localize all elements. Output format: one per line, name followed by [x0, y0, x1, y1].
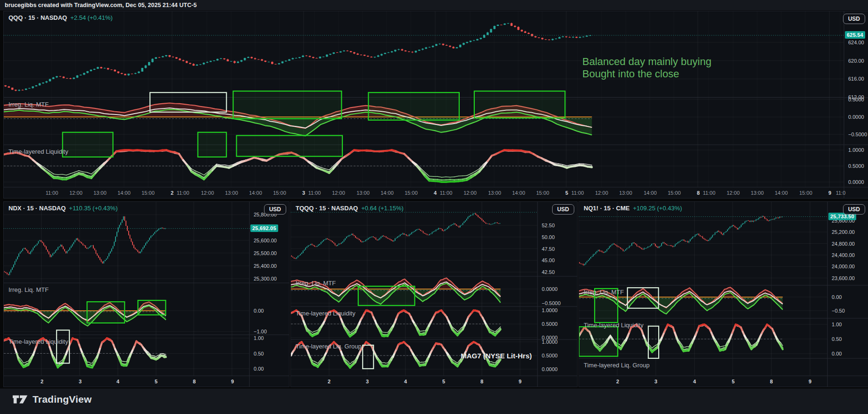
indicator-tick-label: 0.0000: [848, 179, 864, 185]
chart-panel-nq1: 23458925,600.0025,200.0024,800.0024,400.…: [579, 202, 868, 387]
price-tick-label: 25,500.00: [254, 250, 277, 256]
credit-bar: brucegibbs created with TradingView.com,…: [0, 0, 868, 10]
indicator-label[interactable]: Time-layered Liquidity: [296, 310, 355, 317]
indicator-label[interactable]: Time-layered Liquidity: [8, 338, 68, 345]
indicator-tick-label: −0.50: [832, 308, 845, 314]
price-tick-label: 616.00: [848, 76, 864, 82]
time-tick-label: 11:00: [177, 190, 190, 196]
symbol-title[interactable]: QQQ · 15 · NASDAQ: [8, 14, 67, 21]
symbol-title[interactable]: TQQQ · 15 · NASDAQ: [296, 205, 358, 212]
chart-legend-tqqq[interactable]: TQQQ · 15 · NASDAQ+0.64 (+1.15%): [296, 205, 404, 212]
indicator-label[interactable]: Irreg. Liq. MTF: [8, 286, 49, 293]
currency-button[interactable]: USD: [843, 14, 865, 24]
ndx-chart-canvas[interactable]: 23458925,800.0025,600.0025,500.0025,400.…: [4, 202, 289, 387]
time-tick-label: 11:0: [836, 190, 846, 196]
indicator-tick-label: 0.0000: [542, 286, 558, 292]
time-tick-label: 8: [193, 379, 196, 384]
chart-legend-qqq[interactable]: QQQ · 15 · NASDAQ+2.54 (+0.41%): [8, 14, 113, 21]
time-tick-label: 9: [231, 379, 234, 384]
time-tick-label: 15:00: [141, 190, 155, 196]
time-tick-label: 12:00: [595, 190, 608, 196]
indicator-tick-label: 1.00: [254, 335, 264, 341]
time-tick-label: 2: [328, 379, 331, 384]
price-tick-label: 25,300.00: [254, 276, 277, 282]
tradingview-published-chart: brucegibbs created with TradingView.com,…: [0, 0, 868, 414]
time-tick-label: 5: [442, 379, 445, 384]
time-tick-label: 2: [41, 379, 43, 384]
price-tick-label: 45.00: [542, 257, 555, 263]
tradingview-logo-icon: [12, 394, 28, 405]
time-tick-label: 15:00: [799, 190, 812, 196]
currency-button[interactable]: USD: [843, 204, 865, 215]
chart-panel-tqqq: 23458952.5050.0047.5045.0042.500.0000−0.…: [291, 202, 577, 387]
time-tick-label: 5: [155, 379, 157, 384]
price-tick-label: 52.50: [542, 223, 555, 228]
indicator-tick-label: 1.0000: [542, 339, 558, 345]
chart-annotation[interactable]: Balanced day mainly buying Bought into t…: [582, 56, 711, 80]
symbol-title[interactable]: NDX · 15 · NASDAQ: [8, 205, 66, 212]
time-tick-label: 14:00: [644, 190, 657, 196]
mag7-watermark: MAG7 (NYSE Lit-Hrs): [461, 352, 532, 360]
price-tick-label: 47.50: [542, 246, 555, 252]
qqq-chart-canvas[interactable]: 11:0012:0013:0014:0015:00211:0012:0013:0…: [4, 11, 868, 198]
price-tick-label: 25,400.00: [254, 263, 277, 269]
time-tick-label: 12:00: [201, 190, 214, 196]
time-tick-label: 13:00: [488, 190, 501, 196]
indicator-label[interactable]: Time-layered Liq. Group: [296, 343, 362, 350]
time-tick-label: 3: [654, 379, 657, 384]
chart-legend-ndx[interactable]: NDX · 15 · NASDAQ+110.35 (+0.43%): [8, 205, 117, 212]
tradingview-logo[interactable]: TradingView: [12, 394, 92, 405]
price-tick-label: 24,000.00: [832, 264, 855, 269]
indicator-tick-label: 0.0000: [848, 114, 864, 120]
time-tick-label: 9: [809, 379, 811, 384]
price-tick-label: 25,600.00: [254, 238, 277, 243]
time-tick-label: 13:00: [751, 190, 764, 196]
credit-text: brucegibbs created with TradingView.com,…: [5, 2, 197, 8]
price-tick-label: 42.50: [542, 269, 555, 275]
tqqq-chart-canvas[interactable]: 23458952.5050.0047.5045.0042.500.0000−0.…: [291, 202, 577, 387]
change-value: +110.35 (+0.43%): [69, 205, 117, 212]
highlight-box: [358, 286, 415, 306]
time-tick-label: 13:00: [225, 190, 238, 196]
indicator-tick-label: 1.0000: [848, 147, 864, 153]
tradingview-wordmark: TradingView: [33, 394, 92, 405]
time-tick-label: 9: [519, 379, 521, 384]
time-tick-label: 13:00: [619, 190, 632, 196]
symbol-title[interactable]: NQ1! · 15 · CME: [584, 205, 630, 212]
time-tick-label: 15:00: [405, 190, 418, 196]
time-tick-label: 4: [404, 379, 407, 384]
chart-legend-nq1[interactable]: NQ1! · 15 · CME+109.25 (+0.43%): [584, 205, 682, 212]
indicator-label[interactable]: Time-layered Liquidity: [8, 148, 68, 155]
indicator-label[interactable]: Irreg. Liq. MTF: [296, 280, 336, 287]
price-tick-label: 25,200.00: [832, 229, 855, 235]
highlight-box: [63, 132, 113, 157]
price-tick-label: 624.00: [848, 40, 864, 45]
time-tick-label: 2: [171, 190, 174, 196]
time-tick-label: 11:00: [46, 190, 58, 196]
indicator-tick-label: 0.00: [254, 366, 264, 372]
indicator-label[interactable]: Irreg. Liq. MTF: [584, 289, 624, 296]
currency-button[interactable]: USD: [552, 204, 574, 215]
highlight-box: [87, 302, 125, 323]
indicator-label[interactable]: Time-layered Liq. Group: [584, 362, 650, 369]
indicator-tick-label: 0.00: [832, 351, 842, 356]
currency-button[interactable]: USD: [264, 204, 286, 215]
time-tick-label: 11:00: [440, 190, 453, 196]
time-tick-label: 3: [366, 379, 369, 384]
indicator-label[interactable]: Time-layered Liquidity: [584, 322, 644, 329]
indicator-tick-label: 0.5000: [848, 163, 864, 169]
time-tick-label: 13:00: [356, 190, 370, 196]
time-tick-label: 11:00: [308, 190, 321, 196]
indicator-tick-label: −0.5000: [542, 300, 561, 306]
time-tick-label: 8: [480, 379, 483, 384]
highlight-box: [57, 330, 69, 363]
annotation-line-2: Bought into the close: [582, 68, 711, 80]
highlight-box: [138, 300, 166, 315]
time-tick-label: 13:00: [93, 190, 107, 196]
highlight-box: [237, 135, 342, 156]
time-tick-label: 12:00: [463, 190, 477, 196]
price-tick-label: 23,600.00: [832, 275, 855, 281]
indicator-label[interactable]: Irreg. Liq. MTF: [8, 101, 49, 108]
time-tick-label: 5: [565, 190, 568, 196]
price-tick-label: 24,800.00: [832, 241, 855, 247]
